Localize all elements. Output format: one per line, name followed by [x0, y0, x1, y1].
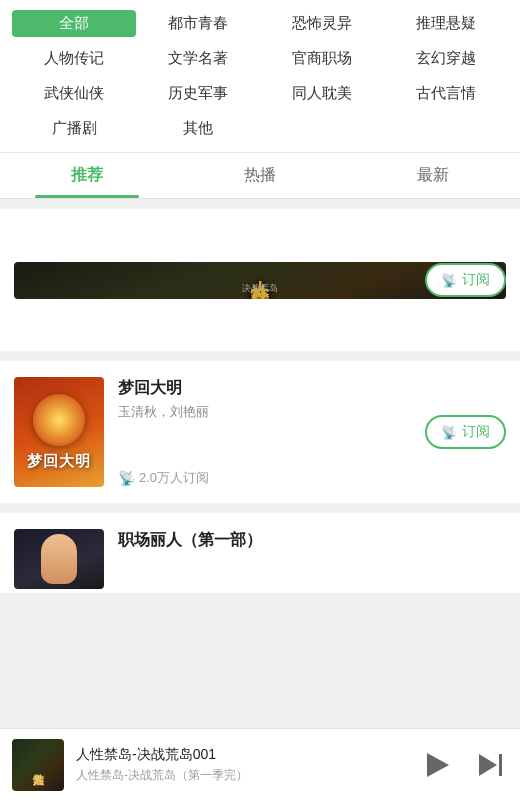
book-subscribers-2: 📡 2.0万人订阅 [118, 469, 506, 487]
play-button[interactable] [420, 747, 456, 783]
book-card-2[interactable]: 梦回大明 梦回大明 玉清秋，刘艳丽 📡 2.0万人订阅 📡 订阅 [0, 361, 520, 503]
book-title-2: 梦回大明 [118, 377, 506, 399]
category-row-3: 武侠仙侠 历史军事 同人耽美 古代言情 [12, 80, 508, 107]
cat-horror[interactable]: 恐怖灵异 [260, 10, 384, 37]
category-row-1: 全部 都市青春 恐怖灵异 推理悬疑 [12, 10, 508, 37]
np-controls [420, 747, 508, 783]
book-cover-2: 梦回大明 [14, 377, 104, 487]
subscribe-rss-icon-2: 📡 [441, 425, 457, 440]
np-title: 人性禁岛-决战荒岛001 [76, 746, 408, 764]
book-card-1[interactable]: 人性禁岛 决战荒岛 人性禁岛-决战荒岛（第... 📡 3.2万人订阅 📡 订阅 [0, 209, 520, 351]
tab-hot[interactable]: 热播 [173, 153, 346, 198]
cat-radio-drama[interactable]: 广播剧 [12, 115, 136, 142]
subscribe-label-1: 订阅 [462, 271, 490, 289]
book-list: 人性禁岛 决战荒岛 人性禁岛-决战荒岛（第... 📡 3.2万人订阅 📡 订阅 … [0, 199, 520, 673]
cover1-subtitle-text: 决战荒岛 [242, 282, 278, 295]
tab-recommended[interactable]: 推荐 [0, 153, 173, 198]
cat-biography[interactable]: 人物传记 [12, 45, 136, 72]
np-cover: 人性禁岛 [12, 739, 64, 791]
np-info: 人性禁岛-决战荒岛001 人性禁岛-决战荒岛（第一季完） [76, 746, 408, 784]
subscribe-rss-icon-1: 📡 [441, 273, 457, 288]
category-row-2: 人物传记 文学名著 官商职场 玄幻穿越 [12, 45, 508, 72]
cat-doujin[interactable]: 同人耽美 [260, 80, 384, 107]
cover3-figure [41, 534, 77, 584]
cat-mystery[interactable]: 推理悬疑 [384, 10, 508, 37]
cat-urban-youth[interactable]: 都市青春 [136, 10, 260, 37]
next-button[interactable] [472, 747, 508, 783]
cat-all[interactable]: 全部 [12, 10, 136, 37]
cat-history[interactable]: 历史军事 [136, 80, 260, 107]
subscribe-btn-1[interactable]: 📡 订阅 [425, 263, 506, 297]
cat-fantasy[interactable]: 玄幻穿越 [384, 45, 508, 72]
book-info-3: 职场丽人（第一部） [118, 529, 506, 589]
book-cover-3 [14, 529, 104, 589]
book-card-3[interactable]: 职场丽人（第一部） [0, 513, 520, 593]
cat-ancient-romance[interactable]: 古代言情 [384, 80, 508, 107]
cat-literature[interactable]: 文学名著 [136, 45, 260, 72]
cat-other[interactable]: 其他 [136, 115, 260, 142]
next-icon [479, 754, 502, 776]
tab-latest[interactable]: 最新 [347, 153, 520, 198]
tab-bar: 推荐 热播 最新 [0, 153, 520, 199]
cat-wuxia[interactable]: 武侠仙侠 [12, 80, 136, 107]
book-title-3: 职场丽人（第一部） [118, 529, 506, 551]
now-playing-bar: 人性禁岛 人性禁岛-决战荒岛001 人性禁岛-决战荒岛（第一季完） [0, 728, 520, 800]
cat-workplace[interactable]: 官商职场 [260, 45, 384, 72]
subscribe-btn-2[interactable]: 📡 订阅 [425, 415, 506, 449]
next-triangle [479, 754, 497, 776]
rss-icon-2: 📡 [118, 470, 135, 486]
category-row-4: 广播剧 其他 [12, 115, 508, 142]
np-subtitle: 人性禁岛-决战荒岛（第一季完） [76, 767, 408, 784]
cover2-moon [33, 394, 85, 446]
play-icon [427, 753, 449, 777]
cover1-title-text: 人性禁岛 [248, 266, 272, 278]
subscribe-label-2: 订阅 [462, 423, 490, 441]
category-bar: 全部 都市青春 恐怖灵异 推理悬疑 人物传记 文学名著 官商职场 玄幻穿越 武侠… [0, 0, 520, 153]
next-bar [499, 754, 502, 776]
cover2-title-text: 梦回大明 [27, 452, 91, 471]
